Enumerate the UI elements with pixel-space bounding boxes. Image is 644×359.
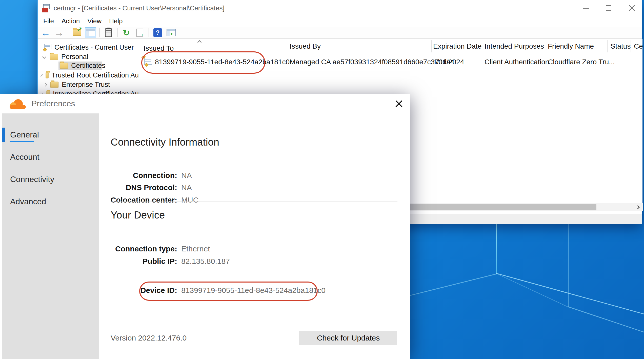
preferences-content: Connectivity Information Connection: NA … xyxy=(99,113,410,359)
wallpaper-light-beam xyxy=(568,222,569,307)
selected-tab-indicator xyxy=(2,128,5,142)
label-dns-protocol: DNS Protocol: xyxy=(86,183,177,192)
column-certificate-template[interactable]: Ce xyxy=(634,42,642,50)
column-issued-by[interactable]: Issued By xyxy=(290,42,321,50)
refresh-button[interactable]: ↻ xyxy=(121,27,132,38)
tree-item-trusted-root[interactable]: Trusted Root Certification Au xyxy=(39,71,139,80)
close-icon xyxy=(395,100,403,108)
forward-button[interactable]: → xyxy=(53,27,65,38)
preferences-header: Preferences xyxy=(0,94,410,113)
back-icon: ← xyxy=(41,28,50,37)
up-one-level-button[interactable]: ↗ xyxy=(71,27,83,38)
close-icon xyxy=(629,5,635,11)
column-friendly-name[interactable]: Friendly Name xyxy=(548,42,594,50)
toolbar: ← → ↗ ↻ → xyxy=(38,27,642,39)
console-window-button[interactable] xyxy=(166,27,177,38)
menu-action[interactable]: Action xyxy=(58,16,84,26)
preferences-close-button[interactable] xyxy=(391,97,407,111)
value-colocation-center: MUC xyxy=(181,196,198,204)
preferences-dialog: Preferences General Account Connectivity… xyxy=(0,94,410,359)
red-circle-annotation-issued-to xyxy=(141,51,265,74)
help-icon xyxy=(153,28,162,37)
forward-icon: → xyxy=(54,28,64,37)
show-console-tree-button[interactable] xyxy=(85,27,96,38)
selected-tab-underline xyxy=(10,141,34,142)
column-intended-purposes[interactable]: Intended Purposes xyxy=(485,42,544,50)
tab-general[interactable]: General xyxy=(10,130,39,140)
chevron-expanded-icon[interactable] xyxy=(42,55,46,59)
console-tree-icon xyxy=(86,29,95,36)
toolbar-separator xyxy=(117,28,117,37)
tab-connectivity[interactable]: Connectivity xyxy=(10,174,54,184)
version-text: Version 2022.12.476.0 xyxy=(111,334,187,342)
tab-advanced[interactable]: Advanced xyxy=(10,196,46,207)
section-divider xyxy=(111,264,397,264)
statusbar-divider xyxy=(532,215,532,224)
cell-intended-purposes: Client Authentication xyxy=(485,58,549,66)
section-heading-connectivity: Connectivity Information xyxy=(111,136,219,148)
tree-item-certificates[interactable]: Certificates xyxy=(39,61,139,70)
certmgr-app-icon xyxy=(42,4,51,12)
value-dns-protocol: NA xyxy=(181,183,192,192)
statusbar-divider xyxy=(599,215,599,224)
label-connection: Connection: xyxy=(86,171,177,180)
preferences-title: Preferences xyxy=(31,94,75,113)
label-colocation-center: Colocation center: xyxy=(86,196,177,204)
paste-button[interactable] xyxy=(103,27,114,38)
chevron-collapsed-icon[interactable] xyxy=(43,83,47,87)
column-divider[interactable] xyxy=(287,40,287,52)
value-connection: NA xyxy=(181,171,192,180)
console-window-icon xyxy=(167,29,176,36)
wallpaper-light-beam xyxy=(410,273,497,296)
toolbar-separator xyxy=(99,28,99,37)
section-divider xyxy=(111,202,397,202)
maximize-button[interactable] xyxy=(601,0,616,16)
cell-friendly-name: Cloudflare Zero Tru... xyxy=(548,58,615,66)
chevron-collapsed-icon[interactable] xyxy=(40,74,43,77)
check-for-updates-button[interactable]: Check for Updates xyxy=(299,331,397,345)
folder-icon xyxy=(50,82,58,88)
folder-icon xyxy=(46,72,49,78)
tree-root-certificates-current-user[interactable]: Certificates - Current User xyxy=(39,43,139,52)
help-button[interactable] xyxy=(152,27,163,38)
tree-item-personal[interactable]: Personal xyxy=(39,52,139,62)
menu-file[interactable]: File xyxy=(39,16,58,26)
menu-view[interactable]: View xyxy=(84,16,105,26)
cloudflare-logo-icon xyxy=(10,99,26,109)
section-heading-your-device: Your Device xyxy=(111,209,165,221)
back-button[interactable]: ← xyxy=(40,27,51,38)
export-list-button[interactable]: → xyxy=(134,27,145,38)
cell-expiration-date: 1/11/2024 xyxy=(433,58,464,66)
column-divider[interactable] xyxy=(545,40,545,52)
value-connection-type: Ethernet xyxy=(181,245,210,253)
title-bar[interactable]: certmgr - [Certificates - Current User\P… xyxy=(38,0,642,16)
screen: certmgr - [Certificates - Current User\P… xyxy=(0,0,644,359)
up-arrow-icon: ↗ xyxy=(77,26,82,32)
red-circle-annotation-device-id xyxy=(139,282,318,301)
column-divider[interactable] xyxy=(631,40,631,52)
menu-help[interactable]: Help xyxy=(105,16,126,26)
column-divider[interactable] xyxy=(431,40,432,52)
menu-bar: File Action View Help xyxy=(38,16,642,26)
tab-account[interactable]: Account xyxy=(10,152,39,162)
column-expiration-date[interactable]: Expiration Date xyxy=(433,42,481,50)
tree-item-enterprise-trust[interactable]: Enterprise Trust xyxy=(39,80,139,89)
wallpaper-light-beam xyxy=(496,222,497,274)
wallpaper-light-beam xyxy=(496,273,644,314)
minimize-button[interactable] xyxy=(578,0,594,16)
close-button[interactable] xyxy=(624,0,639,16)
refresh-icon: ↻ xyxy=(123,28,130,38)
scroll-right-button[interactable] xyxy=(632,203,643,211)
column-status[interactable]: Status xyxy=(611,42,631,50)
column-divider[interactable] xyxy=(607,40,608,52)
clipboard-icon xyxy=(105,28,112,37)
certificates-store-icon xyxy=(43,44,52,51)
label-connection-type: Connection type: xyxy=(86,245,177,253)
folder-icon xyxy=(60,63,68,69)
cell-issued-by: Managed CA ae57f03931324f08591d660e7c370… xyxy=(290,58,454,66)
folder-icon xyxy=(50,54,58,60)
column-divider[interactable] xyxy=(482,40,482,52)
preferences-sidebar: General Account Connectivity Advanced xyxy=(2,113,99,359)
sort-ascending-icon xyxy=(197,40,202,45)
toolbar-separator xyxy=(68,28,68,37)
